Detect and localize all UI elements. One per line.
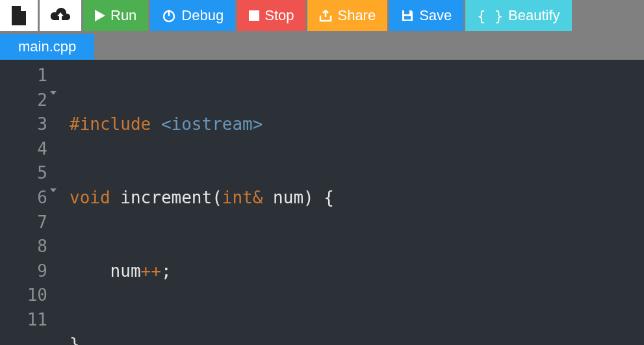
play-icon: [95, 10, 105, 21]
power-icon: [162, 8, 176, 23]
cloud-upload-icon: [49, 7, 71, 24]
line-number: 7: [0, 211, 47, 235]
code-line: }: [70, 333, 644, 345]
tab-main-cpp[interactable]: main.cpp: [0, 34, 94, 60]
upload-button[interactable]: [40, 0, 81, 31]
stop-icon: [249, 10, 259, 21]
line-number: 11: [0, 308, 47, 333]
line-number: 3: [0, 112, 47, 137]
debug-label: Debug: [181, 7, 224, 24]
line-number: 10: [0, 283, 47, 308]
line-number: 1: [0, 64, 47, 88]
tab-label: main.cpp: [18, 38, 76, 55]
gutter: 1 2 3 4 5 6 7 8 9 10 11: [0, 60, 55, 345]
beautify-button[interactable]: { } Beautify: [465, 0, 571, 31]
run-button[interactable]: Run: [83, 0, 148, 31]
fold-icon[interactable]: [50, 91, 57, 95]
toolbar: Run Debug Stop Share Save { } Beautify: [0, 0, 644, 31]
beautify-label: Beautify: [508, 7, 560, 24]
share-label: Share: [337, 7, 376, 24]
code-area[interactable]: #include <iostream> void increment(int& …: [55, 60, 644, 345]
stop-button[interactable]: Stop: [237, 0, 305, 31]
tabs-empty-area: [94, 34, 644, 60]
line-number: 4: [0, 137, 47, 162]
stop-label: Stop: [264, 7, 294, 24]
file-icon: [10, 6, 27, 25]
code-line: #include <iostream>: [70, 112, 644, 137]
tabs-bar: main.cpp: [0, 34, 644, 60]
line-number: 6: [0, 186, 47, 211]
share-button[interactable]: Share: [307, 0, 387, 31]
new-file-button[interactable]: [0, 0, 38, 31]
save-label: Save: [419, 7, 452, 24]
line-number: 8: [0, 235, 47, 259]
braces-icon: { }: [477, 8, 503, 24]
save-button[interactable]: Save: [389, 0, 463, 31]
line-number: 5: [0, 161, 47, 186]
line-number: 9: [0, 259, 47, 284]
svg-rect-4: [404, 16, 411, 19]
run-label: Run: [110, 7, 136, 24]
code-line: void increment(int& num) {: [70, 186, 644, 211]
svg-rect-2: [249, 10, 259, 21]
line-number: 2: [0, 88, 47, 113]
debug-button[interactable]: Debug: [150, 0, 235, 31]
fold-icon[interactable]: [50, 188, 57, 192]
svg-rect-3: [404, 10, 409, 14]
share-icon: [319, 9, 332, 22]
code-line: num++;: [70, 259, 644, 284]
save-icon: [401, 9, 414, 22]
code-editor[interactable]: 1 2 3 4 5 6 7 8 9 10 11 #include <iostre…: [0, 60, 644, 345]
